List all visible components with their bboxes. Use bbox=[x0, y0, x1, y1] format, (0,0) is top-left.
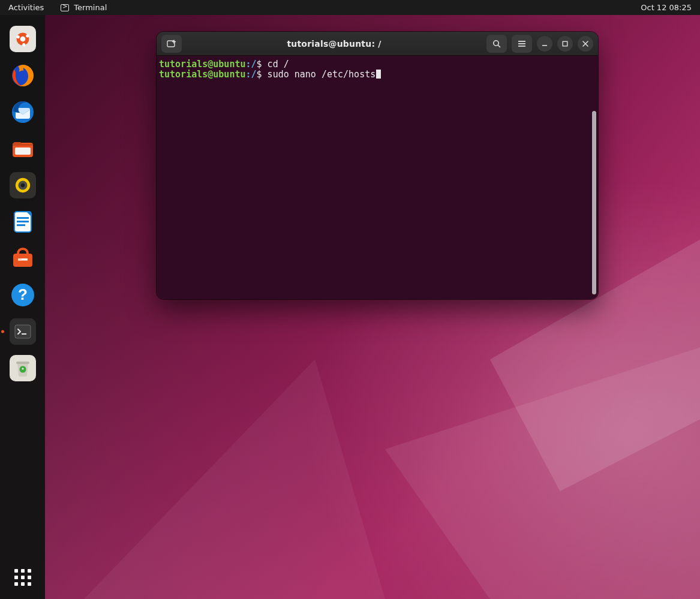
search-icon bbox=[492, 39, 501, 49]
top-bar: Activities Terminal Oct 12 08:25 bbox=[0, 0, 700, 15]
app-menu-label: Terminal bbox=[74, 3, 107, 12]
close-button[interactable] bbox=[578, 36, 593, 52]
svg-rect-21 bbox=[15, 325, 31, 338]
files-icon bbox=[10, 136, 36, 162]
terminal-viewport[interactable]: tutorials@ubuntu:/$ cd / tutorials@ubunt… bbox=[157, 56, 598, 299]
svg-point-11 bbox=[20, 183, 25, 188]
terminal-icon bbox=[61, 4, 69, 11]
thunderbird-icon bbox=[10, 99, 36, 125]
dock-item-software[interactable] bbox=[10, 245, 36, 272]
svg-rect-26 bbox=[518, 41, 525, 42]
svg-point-1 bbox=[20, 37, 25, 42]
svg-rect-18 bbox=[18, 258, 22, 261]
speaker-icon bbox=[14, 176, 32, 194]
search-button[interactable] bbox=[486, 35, 507, 53]
svg-text:?: ? bbox=[18, 285, 28, 303]
dock-item-rhythmbox[interactable] bbox=[10, 172, 36, 198]
maximize-icon bbox=[561, 40, 569, 47]
text-cursor bbox=[376, 70, 381, 79]
dock-item-files[interactable] bbox=[10, 136, 36, 162]
close-icon bbox=[582, 40, 589, 47]
dock-item-firefox[interactable] bbox=[10, 62, 36, 89]
dock: ? bbox=[0, 15, 45, 599]
hamburger-icon bbox=[517, 39, 527, 49]
software-store-icon bbox=[10, 245, 36, 272]
menu-button[interactable] bbox=[512, 35, 532, 53]
clock[interactable]: Oct 12 08:25 bbox=[641, 3, 692, 12]
help-icon: ? bbox=[10, 282, 36, 308]
activities-button[interactable]: Activities bbox=[8, 3, 44, 12]
svg-rect-30 bbox=[563, 41, 567, 46]
new-tab-button[interactable] bbox=[161, 35, 182, 53]
window-titlebar[interactable]: tutorials@ubuntu: / bbox=[157, 32, 598, 56]
terminal-icon bbox=[14, 324, 31, 339]
firefox-icon bbox=[10, 62, 36, 89]
dock-item-installer[interactable] bbox=[10, 26, 36, 52]
writer-icon bbox=[10, 209, 36, 235]
svg-rect-14 bbox=[17, 221, 29, 222]
terminal-window: tutorials@ubuntu: / bbox=[157, 32, 598, 299]
dock-item-help[interactable]: ? bbox=[10, 282, 36, 308]
svg-rect-28 bbox=[518, 46, 525, 47]
svg-rect-13 bbox=[17, 217, 29, 219]
dock-item-writer[interactable] bbox=[10, 209, 36, 235]
apps-grid-icon bbox=[14, 569, 31, 586]
svg-point-2 bbox=[26, 34, 29, 37]
terminal-line: tutorials@ubuntu:/$ cd / bbox=[159, 59, 596, 70]
minimize-button[interactable] bbox=[537, 36, 552, 52]
terminal-line: tutorials@ubuntu:/$ sudo nano /etc/hosts bbox=[159, 70, 596, 80]
maximize-button[interactable] bbox=[557, 36, 573, 52]
svg-rect-15 bbox=[17, 224, 25, 226]
show-applications-button[interactable] bbox=[10, 564, 36, 591]
svg-rect-8 bbox=[15, 148, 31, 155]
app-menu[interactable]: Terminal bbox=[61, 3, 107, 12]
scrollbar[interactable] bbox=[592, 111, 596, 294]
window-title: tutorials@ubuntu: / bbox=[187, 39, 482, 49]
terminal-output: tutorials@ubuntu:/$ cd / tutorials@ubunt… bbox=[157, 56, 598, 82]
svg-rect-29 bbox=[542, 45, 547, 46]
svg-rect-22 bbox=[22, 333, 26, 335]
svg-rect-23 bbox=[16, 362, 29, 364]
svg-point-3 bbox=[16, 35, 19, 38]
svg-point-4 bbox=[22, 43, 25, 46]
dock-item-terminal[interactable] bbox=[10, 318, 36, 345]
trash-icon bbox=[15, 360, 31, 377]
ubiquity-icon bbox=[14, 31, 31, 47]
svg-rect-27 bbox=[518, 43, 525, 44]
new-tab-icon bbox=[167, 39, 176, 49]
dock-item-trash[interactable] bbox=[10, 355, 36, 381]
dock-item-thunderbird[interactable] bbox=[10, 99, 36, 125]
minimize-icon bbox=[541, 40, 548, 47]
